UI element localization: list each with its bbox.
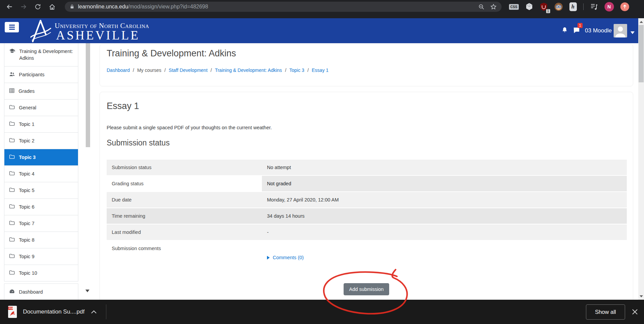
extension-css-icon[interactable]: CSS — [509, 4, 519, 10]
messages-icon[interactable] — [573, 27, 580, 35]
status-row-label: Due date — [107, 192, 262, 208]
folder-icon — [9, 171, 15, 176]
ublock-badge: 1 — [546, 9, 550, 13]
breadcrumb-separator: / — [133, 68, 134, 73]
reload-button[interactable] — [32, 1, 44, 13]
add-submission-button[interactable]: Add submission — [344, 283, 389, 295]
scroll-down-arrow[interactable] — [638, 293, 644, 299]
status-row-value: 34 days 14 hours — [262, 208, 627, 224]
scroll-up-arrow[interactable] — [638, 19, 644, 25]
https-lock-icon[interactable] — [70, 4, 75, 9]
sidebar-item-topic-10[interactable]: Topic 10 — [4, 265, 78, 281]
user-avatar[interactable] — [614, 24, 627, 37]
url-path: /mod/assign/view.php?id=482698 — [128, 4, 208, 9]
extension-avatar-icon[interactable] — [554, 2, 563, 11]
breadcrumb-essay-1[interactable]: Essay 1 — [312, 68, 329, 73]
status-row-submission-status: Submission statusNo attempt — [107, 160, 627, 175]
dashboard-icon — [9, 289, 15, 294]
zoom-out-indicator-icon[interactable] — [478, 4, 485, 10]
media-playlist-icon[interactable] — [590, 3, 598, 10]
sidebar-item-topic-9[interactable]: Topic 9 — [4, 248, 78, 265]
sidebar-item-topic-1[interactable]: Topic 1 — [4, 116, 78, 133]
page-scrollbar[interactable] — [638, 18, 644, 300]
scrollbar-thumb[interactable] — [639, 25, 644, 82]
sidebar-item-label: Topic 10 — [19, 270, 37, 276]
unca-logo-icon[interactable] — [30, 20, 51, 44]
page-content: Training & Development: AdkinsParticipan… — [0, 43, 638, 300]
extension-ublock-icon[interactable]: 1 — [540, 2, 548, 11]
sidebar-item-grades[interactable]: Grades — [4, 83, 78, 100]
sidebar-item-general[interactable]: General — [4, 100, 78, 116]
main-column: Training & Development: Adkins Dashboard… — [95, 43, 638, 300]
folder-icon — [9, 105, 15, 109]
sidebar-item-topic-5[interactable]: Topic 5 — [4, 182, 78, 199]
sidebar-item-topic-4[interactable]: Topic 4 — [4, 166, 78, 182]
browser-toolbar: learnonline.unca.edu/mod/assign/view.php… — [0, 0, 644, 14]
extension-cube-icon[interactable] — [525, 2, 533, 11]
hamburger-menu-button[interactable] — [5, 22, 19, 32]
sidebar-item-label: Dashboard — [19, 289, 43, 295]
sidebar-item-topic-2[interactable]: Topic 2 — [4, 133, 78, 149]
logo-text-asheville: ASHEVILLE — [56, 28, 140, 43]
home-button[interactable] — [46, 1, 58, 13]
comments-toggle[interactable]: Comments (0) — [267, 255, 304, 260]
sidebar-item-label: Topic 5 — [19, 187, 34, 194]
bookmark-star-icon[interactable] — [490, 3, 497, 10]
sidebar-item-label: Topic 6 — [19, 204, 34, 210]
users-icon — [9, 72, 15, 77]
folder-icon — [9, 253, 15, 258]
sidebar-item-label: Topic 1 — [19, 121, 34, 128]
assignment-title: Essay 1 — [107, 101, 626, 111]
drawer-scrollbar-thumb[interactable] — [86, 43, 90, 147]
breadcrumb-dashboard[interactable]: Dashboard — [107, 68, 130, 73]
notifications-bell-icon[interactable] — [561, 26, 568, 35]
comments-link[interactable]: Comments (0) — [273, 255, 304, 260]
status-row-grading-status: Grading statusNot graded — [107, 176, 627, 191]
sidebar-item-label: Topic 7 — [19, 220, 34, 227]
drawer-scroll-down-arrow[interactable] — [85, 292, 89, 298]
breadcrumb-staff-development[interactable]: Staff Development — [169, 68, 208, 73]
breadcrumb-training-development-adkins[interactable]: Training & Development: Adkins — [215, 68, 282, 73]
downloaded-file-name[interactable]: Documentation Su....pdf — [23, 308, 84, 315]
sidebar-item-topic-7[interactable]: Topic 7 — [4, 215, 78, 232]
sidebar-item-participants[interactable]: Participants — [4, 66, 78, 83]
breadcrumb-separator: / — [307, 68, 309, 73]
status-row-label: Grading status — [107, 176, 262, 191]
folder-icon — [9, 270, 15, 275]
status-row-due-date: Due dateMonday, 27 April 2020, 12:00 AM — [107, 192, 627, 208]
folder-icon — [9, 121, 15, 126]
breadcrumb: Dashboard/My courses/Staff Development/T… — [107, 68, 626, 73]
course-nav-drawer: Training & Development: AdkinsParticipan… — [0, 43, 95, 300]
expand-triangle-icon — [267, 256, 270, 260]
course-icon — [9, 48, 15, 54]
folder-icon — [9, 237, 15, 242]
folder-icon — [9, 187, 15, 192]
breadcrumb-topic-3[interactable]: Topic 3 — [289, 68, 304, 73]
sidebar-item-training-development-adkins[interactable]: Training & Development: Adkins — [4, 43, 78, 66]
download-options-chevron-icon[interactable] — [90, 310, 97, 314]
back-button[interactable] — [3, 1, 16, 13]
forward-button[interactable] — [18, 1, 30, 13]
user-menu-caret-icon[interactable] — [630, 29, 635, 35]
profile-avatar[interactable]: N — [605, 2, 614, 11]
sidebar-item-label: Training & Development: Adkins — [19, 48, 73, 61]
show-all-downloads-button[interactable]: Show all — [586, 304, 625, 320]
browser-update-icon[interactable] — [620, 2, 629, 11]
page-header-card: Training & Development: Adkins Dashboard… — [100, 44, 633, 86]
submission-status-heading: Submission status — [107, 138, 626, 147]
extension-honey-icon[interactable]: h — [569, 2, 577, 11]
sidebar-item-topic-6[interactable]: Topic 6 — [4, 199, 78, 215]
sidebar-item-label: Topic 9 — [19, 253, 34, 260]
sidebar-item-dashboard[interactable]: Dashboard — [4, 284, 78, 300]
logged-in-user-label: 03 Moodle — [585, 18, 612, 43]
breadcrumb-my-courses: My courses — [137, 68, 161, 73]
folder-icon — [9, 138, 15, 142]
sidebar-item-label: Topic 8 — [19, 237, 34, 243]
breadcrumb-separator: / — [164, 68, 166, 73]
address-bar[interactable]: learnonline.unca.edu/mod/assign/view.php… — [65, 2, 502, 12]
sidebar-item-topic-3[interactable]: Topic 3 — [4, 149, 78, 166]
close-download-bar-icon[interactable] — [632, 309, 638, 315]
folder-icon — [9, 204, 15, 209]
messages-badge: 1 — [578, 23, 583, 28]
sidebar-item-topic-8[interactable]: Topic 8 — [4, 232, 78, 248]
